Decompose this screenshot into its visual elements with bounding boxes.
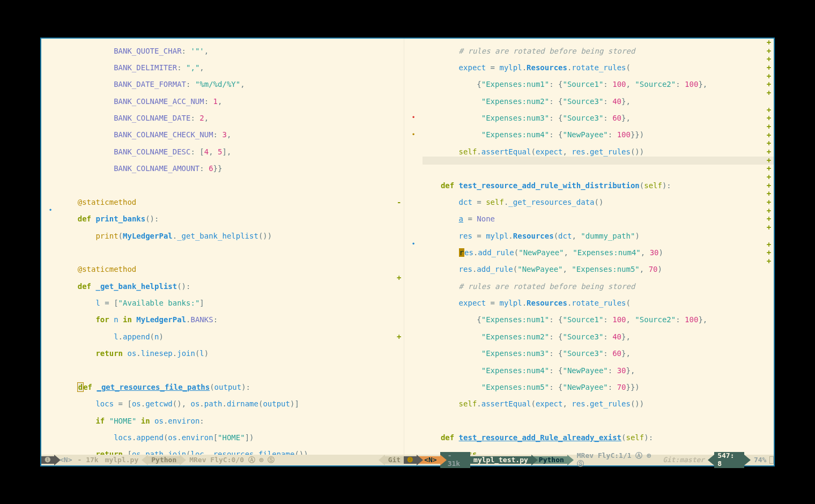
major-mode: Python xyxy=(148,456,180,464)
right-code[interactable]: # rules are rotated before being stored … xyxy=(423,39,764,455)
cursor-position: 547: 8 xyxy=(714,452,744,468)
left-window[interactable]: • BANK_QUOTE_CHAR: '"', BANK_DELIMITER: … xyxy=(41,39,404,455)
left-code[interactable]: BANK_QUOTE_CHAR: '"', BANK_DELIMITER: ",… xyxy=(60,39,394,455)
buffer-name-active: mylpl_test.py xyxy=(470,456,531,464)
vc-git: Git xyxy=(385,456,404,464)
modeline-left[interactable]: ❶ <N> - 17k mylpl.py Python MRev FlyC:0/… xyxy=(41,455,404,465)
vc-branch: Git:master xyxy=(660,456,708,464)
evil-state-normal: <N> xyxy=(57,456,74,464)
emacs-frame: • BANK_QUOTE_CHAR: '"', BANK_DELIMITER: … xyxy=(40,38,775,466)
window-number-2: ❷ xyxy=(404,456,417,464)
left-gutter: • xyxy=(41,39,60,455)
split-panes: • BANK_QUOTE_CHAR: '"', BANK_DELIMITER: … xyxy=(41,39,774,455)
scroll-percent: 74% xyxy=(751,456,769,464)
minor-modes: MRev FlyC:0/0 Ⓐ ⊕ Ⓢ xyxy=(186,456,278,464)
buffer-size: - 17k xyxy=(74,456,101,464)
scroll-indicator xyxy=(769,456,774,464)
right-window[interactable]: ••• # rules are rotated before being sto… xyxy=(404,39,774,455)
modeline-right[interactable]: ❷ <N> - 31k mylpl_test.py Python MRev Fl… xyxy=(404,455,774,465)
modeline: ❶ <N> - 17k mylpl.py Python MRev FlyC:0/… xyxy=(41,455,774,465)
right-gutter: ••• xyxy=(404,39,423,455)
window-number-1: ❶ xyxy=(41,456,54,464)
buffer-name: mylpl.py xyxy=(102,456,142,464)
right-fringe: +++++++++++++++++++++++++ xyxy=(764,39,774,455)
left-fringe: -++ xyxy=(394,39,404,455)
minor-modes-active: MRev FlyC:1/1 Ⓐ ⊕ Ⓢ xyxy=(574,452,660,468)
